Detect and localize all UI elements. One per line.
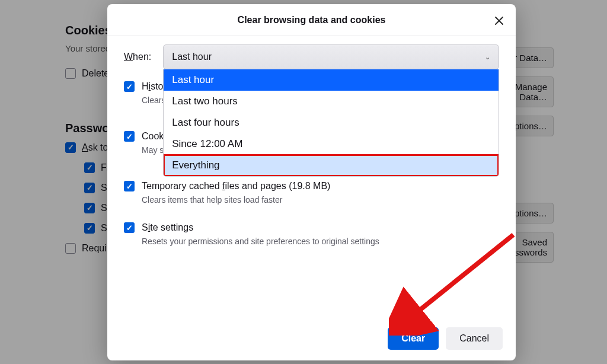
dialog-title: Clear browsing data and cookies: [238, 15, 386, 25]
when-row: When: Last hour ⌄ Last hour Last two hou…: [124, 44, 499, 69]
req-checkbox[interactable]: [65, 243, 76, 254]
clear-data-dialog: Clear browsing data and cookies When: La…: [107, 4, 516, 360]
ask-checkbox[interactable]: [65, 142, 76, 153]
option-last-hour[interactable]: Last hour: [164, 69, 499, 91]
when-select-button[interactable]: Last hour ⌄: [163, 44, 499, 69]
delete-checkbox[interactable]: [65, 68, 76, 79]
option-since-midnight[interactable]: Since 12:00 AM: [164, 133, 499, 155]
cookies-checkbox[interactable]: [124, 131, 135, 142]
cancel-button[interactable]: Cancel: [446, 327, 503, 350]
c1-checkbox[interactable]: [84, 162, 95, 173]
cache-desc: Clears items that help sites load faster: [142, 195, 499, 205]
dialog-body: When: Last hour ⌄ Last hour Last two hou…: [107, 36, 516, 319]
option-last-two-hours[interactable]: Last two hours: [164, 91, 499, 112]
when-select[interactable]: Last hour ⌄ Last hour Last two hours Las…: [163, 44, 499, 69]
dialog-footer: Clear Cancel: [107, 319, 516, 360]
when-label: When:: [124, 52, 151, 62]
c4-checkbox[interactable]: [84, 223, 95, 234]
when-selected-value: Last hour: [172, 52, 212, 62]
c2-checkbox[interactable]: [84, 183, 95, 193]
cache-checkbox[interactable]: [124, 181, 135, 191]
site-settings-desc: Resets your permissions and site prefere…: [142, 237, 499, 246]
option-last-four-hours[interactable]: Last four hours: [164, 112, 499, 133]
site-settings-checkbox[interactable]: [124, 222, 135, 233]
c3-checkbox[interactable]: [84, 203, 95, 213]
site-settings-item: Site settings Resets your permissions an…: [124, 222, 499, 246]
site-settings-label: Site settings: [142, 222, 193, 233]
cache-item: Temporary cached files and pages (19.8 M…: [124, 181, 499, 205]
cache-label: Temporary cached files and pages (19.8 M…: [142, 181, 330, 191]
history-checkbox[interactable]: [124, 81, 135, 92]
close-icon[interactable]: [491, 12, 507, 29]
option-everything[interactable]: Everything: [164, 155, 499, 176]
chevron-down-icon: ⌄: [485, 53, 490, 61]
dialog-header: Clear browsing data and cookies: [107, 4, 516, 36]
clear-button[interactable]: Clear: [388, 327, 439, 350]
when-dropdown: Last hour Last two hours Last four hours…: [163, 69, 499, 177]
